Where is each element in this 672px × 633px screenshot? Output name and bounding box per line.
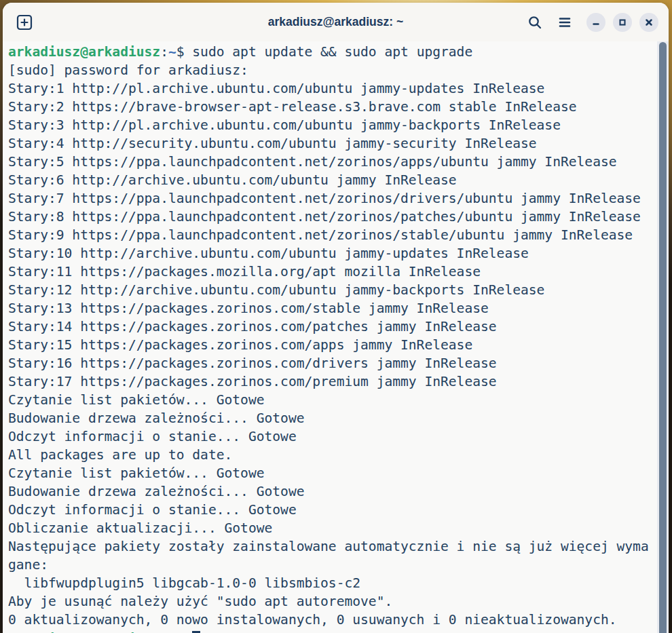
terminal-line: Następujące pakiety zostały zainstalowan… <box>8 537 669 556</box>
terminal-line: Czytanie list pakietów... Gotowe <box>8 464 669 482</box>
terminal-line: Budowanie drzewa zależności... Gotowe <box>8 409 669 427</box>
terminal-line: arkadiusz@arkadiusz:~$ <box>8 629 669 633</box>
terminal-line: Stary:2 https://brave-browser-apt-releas… <box>8 98 669 116</box>
menu-icon <box>557 14 573 31</box>
search-icon <box>527 14 543 31</box>
terminal-line: Stary:15 https://packages.zorinos.com/ap… <box>8 336 669 354</box>
terminal-line: Stary:11 https://packages.mozilla.org/ap… <box>8 263 669 281</box>
terminal-line: Budowanie drzewa zależności... Gotowe <box>8 482 669 501</box>
terminal-line: Obliczanie aktualizacji... Gotowe <box>8 519 669 537</box>
maximize-button[interactable] <box>613 13 632 32</box>
terminal-line: Stary:4 http://security.ubuntu.com/ubunt… <box>8 134 669 153</box>
terminal-line: gane: <box>8 556 669 574</box>
new-tab-icon <box>16 14 33 31</box>
terminal-line: Stary:3 http://pl.archive.ubuntu.com/ubu… <box>8 116 669 134</box>
minimize-icon <box>591 18 601 27</box>
terminal-line: [sudo] password for arkadiusz: <box>8 61 669 79</box>
terminal-line: Stary:14 https://packages.zorinos.com/pa… <box>8 318 669 336</box>
terminal-line: Stary:7 https://ppa.launchpadcontent.net… <box>8 189 669 208</box>
terminal-output: arkadiusz@arkadiusz:~$ sudo apt update &… <box>8 43 669 633</box>
terminal-line: Stary:8 https://ppa.launchpadcontent.net… <box>8 208 669 226</box>
maximize-icon <box>618 18 627 27</box>
terminal-line: Odczyt informacji o stanie... Gotowe <box>8 501 669 519</box>
minimize-button[interactable] <box>586 13 605 32</box>
close-icon <box>644 18 654 27</box>
terminal-line: Stary:16 https://packages.zorinos.com/dr… <box>8 354 669 372</box>
menu-button[interactable] <box>557 14 573 31</box>
terminal-screen[interactable]: arkadiusz@arkadiusz:~$ sudo apt update &… <box>3 41 669 633</box>
terminal-line: Stary:9 https://ppa.launchpadcontent.net… <box>8 226 669 244</box>
terminal-line: Odczyt informacji o stanie... Gotowe <box>8 427 669 446</box>
title-bar[interactable]: arkadiusz@arkadiusz: ~ <box>3 3 669 42</box>
terminal-line: Czytanie list pakietów... Gotowe <box>8 391 669 409</box>
terminal-line: 0 aktualizowanych, 0 nowo instalowanych,… <box>8 611 669 629</box>
scrollbar-thumb[interactable] <box>659 42 667 633</box>
terminal-line: Stary:5 https://ppa.launchpadcontent.net… <box>8 153 669 171</box>
scrollbar-track[interactable] <box>657 41 669 633</box>
new-tab-button[interactable] <box>14 12 35 33</box>
terminal-line: All packages are up to date. <box>8 446 669 464</box>
terminal-line: Stary:6 http://archive.ubuntu.com/ubuntu… <box>8 171 669 189</box>
terminal-line: Stary:13 https://packages.zorinos.com/st… <box>8 299 669 318</box>
terminal-line: Aby je usunąć należy użyć "sudo apt auto… <box>8 592 669 611</box>
terminal-line: arkadiusz@arkadiusz:~$ sudo apt update &… <box>8 43 669 61</box>
desktop-wallpaper: { "window": { "title": "arkadiusz@arkadi… <box>0 0 672 633</box>
terminal-line: Stary:1 http://pl.archive.ubuntu.com/ubu… <box>8 79 669 98</box>
terminal-line: Stary:12 http://archive.ubuntu.com/ubunt… <box>8 281 669 299</box>
terminal-line: Stary:10 http://archive.ubuntu.com/ubunt… <box>8 244 669 263</box>
terminal-line: libfwupdplugin5 libgcab-1.0-0 libsmbios-… <box>8 574 669 592</box>
terminal-window: arkadiusz@arkadiusz: ~ <box>3 3 669 633</box>
close-button[interactable] <box>639 13 658 32</box>
search-button[interactable] <box>527 14 543 31</box>
terminal-line: Stary:17 https://packages.zorinos.com/pr… <box>8 372 669 391</box>
